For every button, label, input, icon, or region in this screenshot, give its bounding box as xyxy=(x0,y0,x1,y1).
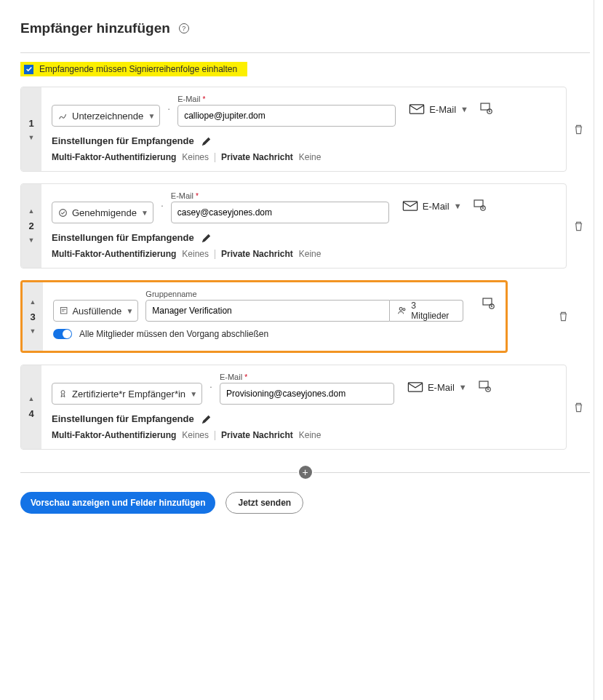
separator: · xyxy=(209,381,212,397)
svg-point-19 xyxy=(487,389,489,390)
chevron-down-icon: ▼ xyxy=(454,202,462,210)
chevron-down-icon[interactable]: ▼ xyxy=(28,135,35,141)
email-label: E-Mail * xyxy=(177,95,396,103)
signing-order-checkbox-row[interactable]: Empfangende müssen Signierreihenfolge ei… xyxy=(20,62,247,76)
chevron-down-icon[interactable]: ▼ xyxy=(28,237,35,244)
pencil-icon[interactable] xyxy=(201,233,212,243)
mfa-value: Keines xyxy=(182,249,209,259)
chevron-up-icon[interactable]: ▲ xyxy=(28,396,35,402)
check-circle-icon xyxy=(58,208,68,218)
group-name-field[interactable] xyxy=(145,300,389,322)
mfa-label: Multi-Faktor-Authentifizierung xyxy=(52,249,176,259)
recipient-index: 1 xyxy=(28,118,33,129)
recipient-card-group: ▲ 3 ▼ Ausfüllende ▼ Gruppenname xyxy=(20,280,508,353)
reorder-handle[interactable]: ▲ 4 xyxy=(21,365,41,449)
recipient-config-icon[interactable] xyxy=(482,298,495,314)
svg-rect-0 xyxy=(410,105,424,114)
private-message-value: Keine xyxy=(299,249,322,259)
users-icon xyxy=(397,306,407,316)
svg-rect-5 xyxy=(403,202,417,210)
chevron-down-icon: ▼ xyxy=(141,209,148,217)
chevron-down-icon: ▼ xyxy=(459,383,467,391)
separator: · xyxy=(167,103,170,119)
delivery-label: E-Mail xyxy=(429,104,456,115)
private-message-value: Keine xyxy=(299,430,322,440)
preview-add-fields-button[interactable]: Vorschau anzeigen und Felder hinzufügen xyxy=(20,492,215,514)
separator xyxy=(215,153,215,162)
reorder-handle[interactable]: ▲ 2 ▼ xyxy=(21,184,41,268)
chevron-down-icon: ▼ xyxy=(148,112,155,120)
svg-point-15 xyxy=(61,390,65,394)
svg-point-8 xyxy=(482,207,484,209)
all-members-label: Alle Mitglieder müssen den Vorgang absch… xyxy=(79,329,268,339)
svg-rect-6 xyxy=(474,200,483,207)
recipient-index: 4 xyxy=(28,408,33,419)
email-field[interactable] xyxy=(171,202,389,223)
svg-point-4 xyxy=(60,209,67,216)
members-button[interactable]: 3 Mitglieder xyxy=(390,300,463,322)
mfa-value: Keines xyxy=(182,430,209,440)
divider xyxy=(20,472,297,473)
reorder-handle[interactable]: ▲ 3 ▼ xyxy=(23,282,43,351)
envelope-icon xyxy=(407,382,423,392)
delete-recipient-button[interactable] xyxy=(573,220,584,232)
role-label: Ausfüllende xyxy=(72,306,121,317)
reorder-handle[interactable]: 1 ▼ xyxy=(21,87,41,171)
recipient-config-icon[interactable] xyxy=(474,199,487,216)
delete-recipient-button[interactable] xyxy=(558,311,569,322)
members-count: 3 Mitglieder xyxy=(411,301,455,321)
checkbox-checked-icon[interactable] xyxy=(24,65,33,74)
svg-rect-9 xyxy=(60,308,67,314)
envelope-icon xyxy=(409,104,425,114)
role-select[interactable]: Unterzeichnende ▼ xyxy=(52,105,160,127)
role-select[interactable]: Genehmigende ▼ xyxy=(52,202,153,223)
private-message-value: Keine xyxy=(299,152,322,162)
chevron-down-icon: ▼ xyxy=(126,307,133,315)
recipient-card: 1 ▼ Unterzeichnende ▼ · E-Mail * xyxy=(20,87,567,172)
recipient-config-icon[interactable] xyxy=(480,103,493,119)
chevron-down-icon: ▼ xyxy=(190,390,197,398)
delete-recipient-button[interactable] xyxy=(573,402,584,413)
divider xyxy=(20,52,590,53)
role-label: Unterzeichnende xyxy=(72,111,143,122)
all-members-toggle[interactable] xyxy=(53,329,72,339)
private-message-label: Private Nachricht xyxy=(221,430,293,440)
mfa-value: Keines xyxy=(182,152,209,162)
svg-rect-16 xyxy=(408,383,422,391)
delivery-label: E-Mail xyxy=(423,201,450,212)
role-select[interactable]: Zertifizierte*r Empfänger*in ▼ xyxy=(52,383,202,405)
help-icon[interactable]: ? xyxy=(179,23,189,33)
chevron-up-icon[interactable]: ▲ xyxy=(28,208,35,215)
role-select[interactable]: Ausfüllende ▼ xyxy=(53,300,138,322)
delivery-method-select[interactable]: E-Mail ▼ xyxy=(402,201,462,215)
delivery-method-select[interactable]: E-Mail ▼ xyxy=(407,382,467,396)
recipient-settings-heading: Einstellungen für Empfangende xyxy=(52,135,194,146)
svg-rect-12 xyxy=(483,298,492,305)
role-label: Genehmigende xyxy=(72,207,137,218)
group-name-label: Gruppenname xyxy=(145,290,463,298)
chevron-down-icon[interactable]: ▼ xyxy=(30,328,36,335)
email-field[interactable] xyxy=(177,105,396,127)
page-title: Empfänger hinzufügen xyxy=(20,20,170,36)
recipient-index: 3 xyxy=(30,311,35,322)
signing-order-label: Empfangende müssen Signierreihenfolge ei… xyxy=(39,64,237,74)
separator xyxy=(215,250,215,259)
recipient-config-icon[interactable] xyxy=(479,381,492,397)
svg-rect-1 xyxy=(481,103,490,110)
chevron-up-icon[interactable]: ▲ xyxy=(30,299,36,306)
pen-sign-icon xyxy=(58,111,68,121)
svg-point-3 xyxy=(489,111,490,112)
add-recipient-button[interactable]: + xyxy=(299,466,312,479)
ribbon-icon xyxy=(58,389,68,399)
send-now-button[interactable]: Jetzt senden xyxy=(225,492,303,514)
delivery-method-select[interactable]: E-Mail ▼ xyxy=(409,104,468,118)
email-field[interactable] xyxy=(220,383,394,405)
delete-recipient-button[interactable] xyxy=(573,124,584,135)
recipient-card: ▲ 4 Zertifizierte*r Empfänger*in ▼ · E-M… xyxy=(20,365,567,450)
pencil-icon[interactable] xyxy=(201,136,212,146)
recipient-settings-heading: Einstellungen für Empfangende xyxy=(52,232,194,243)
pencil-icon[interactable] xyxy=(201,414,212,424)
svg-point-14 xyxy=(491,306,492,307)
svg-point-11 xyxy=(403,309,405,311)
email-label: E-Mail * xyxy=(220,373,394,381)
